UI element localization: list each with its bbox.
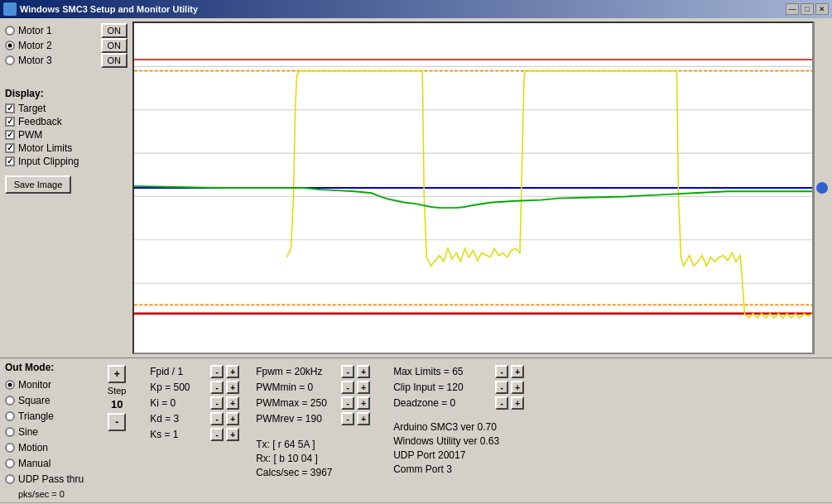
windows-version: Windows Utility ver 0.63	[393, 435, 524, 447]
maxlimits-label: Max Limits = 65	[393, 366, 493, 377]
kp-plus-btn[interactable]: +	[226, 381, 239, 394]
ki-minus-btn[interactable]: -	[210, 396, 224, 410]
target-checkbox[interactable]	[5, 103, 15, 113]
motor-2-on-btn[interactable]: ON	[101, 38, 128, 53]
pwmmax-minus-btn[interactable]: -	[341, 396, 354, 410]
monitor-radio[interactable]	[5, 380, 15, 390]
fpwm-label: Fpwm = 20kHz	[256, 366, 339, 377]
motor-3-label: Motor 3	[18, 55, 98, 66]
fpwm-plus-btn[interactable]: +	[357, 365, 370, 378]
feedback-label: Feedback	[18, 116, 62, 127]
motor-3-radio[interactable]	[5, 55, 15, 65]
pwmmin-plus-btn[interactable]: +	[357, 381, 370, 394]
kp-minus-btn[interactable]: -	[210, 381, 224, 394]
arduino-version: Arduino SMC3 ver 0.70	[393, 421, 524, 433]
udp-radio[interactable]	[5, 474, 15, 484]
maxlimits-plus-btn[interactable]: +	[511, 365, 524, 378]
motorlimits-checkbox[interactable]	[5, 143, 15, 153]
close-btn[interactable]: ✕	[815, 3, 829, 15]
limits-col: Max Limits = 65 - + Clip Input = 120 - +…	[393, 362, 532, 499]
ki-plus-btn[interactable]: +	[226, 396, 239, 410]
inputclipping-checkbox[interactable]	[5, 156, 15, 166]
square-radio[interactable]	[5, 396, 15, 406]
outmode-col: Out Mode: Monitor Square Triangle Sine M…	[5, 362, 92, 499]
target-checkbox-row: Target	[5, 103, 127, 114]
inputclipping-label: Input Clipping	[18, 156, 79, 167]
left-panel: Motor 1 ON Motor 2 ON Motor 3 ON Display…	[0, 18, 132, 358]
sine-label: Sine	[18, 426, 38, 438]
pwmrev-plus-btn[interactable]: +	[357, 412, 370, 425]
pwm-label: PWM	[18, 129, 42, 141]
motor-2-label: Motor 2	[18, 40, 98, 51]
sine-radio[interactable]	[5, 427, 15, 437]
deadzone-label: Deadzone = 0	[393, 397, 493, 409]
save-image-button[interactable]: Save Image	[5, 175, 71, 194]
maximize-btn[interactable]: □	[801, 3, 814, 15]
motor-3-on-btn[interactable]: ON	[101, 53, 128, 68]
motor-3-row: Motor 3 ON	[5, 53, 127, 68]
pwmrev-minus-btn[interactable]: -	[341, 412, 354, 425]
square-label: Square	[18, 395, 50, 406]
step-value: 10	[111, 398, 123, 410]
deadzone-minus-btn[interactable]: -	[495, 396, 508, 410]
inputclipping-checkbox-row: Input Clipping	[5, 156, 127, 167]
target-label: Target	[18, 103, 46, 114]
motion-label: Motion	[18, 442, 48, 454]
pwmrev-label: PWMrev = 190	[256, 413, 339, 425]
app-title: Windows SMC3 Setup and Monitor Utility	[20, 4, 786, 14]
fpid-plus-btn[interactable]: +	[226, 365, 239, 378]
minimize-btn[interactable]: —	[786, 3, 799, 15]
pid-col: Fpid / 1 - + Kp = 500 - + Ki = 0 - + Kd …	[150, 362, 248, 499]
motor-2-row: Motor 2 ON	[5, 38, 127, 53]
pwmmax-label: PWMmax = 250	[256, 397, 339, 409]
pks-label: pks/sec = 0	[18, 489, 84, 499]
feedback-checkbox[interactable]	[5, 117, 15, 127]
pwmmin-minus-btn[interactable]: -	[341, 381, 354, 394]
pwmmin-label: PWMmin = 0	[256, 382, 339, 393]
motor-1-on-btn[interactable]: ON	[101, 23, 128, 38]
motorlimits-label: Motor Limits	[18, 142, 72, 154]
deadzone-plus-btn[interactable]: +	[511, 396, 524, 410]
ks-plus-btn[interactable]: +	[226, 428, 239, 441]
clipinput-minus-btn[interactable]: -	[495, 381, 508, 394]
step-col: + Step 10 -	[100, 362, 142, 499]
udp-label: UDP Pass thru	[18, 473, 84, 485]
motor-1-label: Motor 1	[18, 25, 98, 36]
scroll-dot	[816, 182, 828, 194]
triangle-radio[interactable]	[5, 411, 15, 421]
ki-label: Ki = 0	[150, 397, 208, 409]
motor-1-row: Motor 1 ON	[5, 23, 127, 38]
tx-text: Tx: [ r 64 5A ]	[256, 439, 370, 450]
kd-label: Kd = 3	[150, 413, 208, 425]
scroll-panel[interactable]	[814, 22, 829, 354]
kd-plus-btn[interactable]: +	[226, 412, 239, 425]
app-icon	[3, 2, 17, 16]
kd-minus-btn[interactable]: -	[210, 412, 224, 425]
maxlimits-minus-btn[interactable]: -	[495, 365, 508, 378]
clipinput-plus-btn[interactable]: +	[511, 381, 524, 394]
step-text: Step	[108, 386, 127, 396]
pwmmax-plus-btn[interactable]: +	[357, 396, 370, 410]
rx-text: Rx: [ b 10 04 ]	[256, 453, 370, 464]
ks-minus-btn[interactable]: -	[210, 428, 224, 441]
outmode-label: Out Mode:	[5, 362, 84, 373]
monitor-label: Monitor	[18, 379, 51, 391]
kp-label: Kp = 500	[150, 382, 208, 393]
udp-port: UDP Port 20017	[393, 449, 524, 461]
fpid-minus-btn[interactable]: -	[210, 365, 224, 378]
step-minus-btn[interactable]: -	[108, 413, 126, 431]
fpwm-minus-btn[interactable]: -	[341, 365, 354, 378]
motorlimits-checkbox-row: Motor Limits	[5, 142, 127, 154]
chart-container	[132, 22, 829, 354]
chart-svg	[132, 22, 814, 354]
motor-1-radio[interactable]	[5, 26, 15, 36]
triangle-label: Triangle	[18, 410, 54, 422]
motor-2-radio[interactable]	[5, 41, 15, 50]
pwm-checkbox[interactable]	[5, 130, 15, 140]
manual-radio[interactable]	[5, 458, 15, 468]
motion-radio[interactable]	[5, 443, 15, 453]
comm-port: Comm Port 3	[393, 463, 524, 475]
fpid-label: Fpid / 1	[150, 366, 208, 377]
step-plus-btn[interactable]: +	[108, 365, 126, 383]
bottom-panel: Out Mode: Monitor Square Triangle Sine M…	[0, 358, 832, 504]
